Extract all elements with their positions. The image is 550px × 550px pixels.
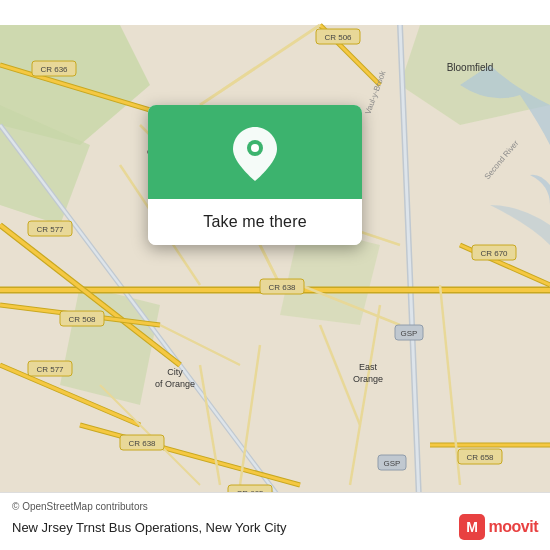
moovit-brand-text: moovit — [489, 518, 538, 536]
svg-text:City: City — [167, 367, 183, 377]
svg-text:GSP: GSP — [401, 329, 418, 338]
svg-text:Bloomfield: Bloomfield — [447, 62, 494, 73]
location-pin-icon — [233, 127, 277, 181]
moovit-logo-icon: M — [459, 514, 485, 540]
bottom-bar: © OpenStreetMap contributors New Jrsey T… — [0, 492, 550, 550]
svg-text:CR 638: CR 638 — [268, 283, 296, 292]
svg-text:CR 658: CR 658 — [466, 453, 494, 462]
svg-text:CR 577: CR 577 — [36, 365, 64, 374]
svg-text:CR 638: CR 638 — [128, 439, 156, 448]
popup-card: Take me there — [148, 105, 362, 245]
map-container: CR 506 CR 636 CR 577 CR 577 CR 508 CR 63… — [0, 0, 550, 550]
svg-text:of Orange: of Orange — [155, 379, 195, 389]
svg-point-77 — [251, 144, 259, 152]
location-label: New Jrsey Trnst Bus Operations, New York… — [12, 520, 287, 535]
svg-text:CR 670: CR 670 — [480, 249, 508, 258]
svg-text:CR 636: CR 636 — [40, 65, 68, 74]
take-me-there-button[interactable]: Take me there — [148, 199, 362, 245]
svg-text:CR 506: CR 506 — [324, 33, 352, 42]
svg-text:East: East — [359, 362, 378, 372]
map-background: CR 506 CR 636 CR 577 CR 577 CR 508 CR 63… — [0, 0, 550, 550]
bottom-info: New Jrsey Trnst Bus Operations, New York… — [12, 514, 538, 540]
popup-green-header — [148, 105, 362, 199]
svg-text:GSP: GSP — [384, 459, 401, 468]
svg-text:CR 508: CR 508 — [68, 315, 96, 324]
moovit-logo: M moovit — [459, 514, 538, 540]
svg-text:M: M — [466, 519, 478, 535]
svg-text:CR 577: CR 577 — [36, 225, 64, 234]
map-attribution: © OpenStreetMap contributors — [12, 501, 538, 512]
svg-text:Orange: Orange — [353, 374, 383, 384]
